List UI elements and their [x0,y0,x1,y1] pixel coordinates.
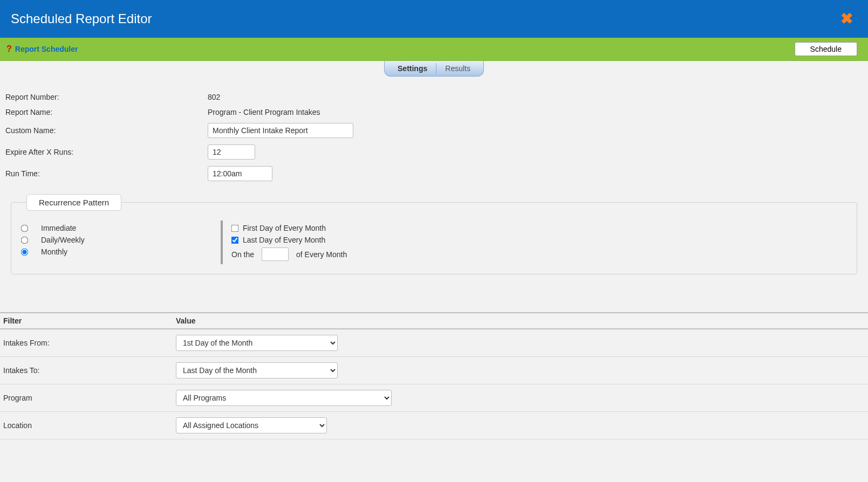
label-first-day: First Day of Every Month [243,224,326,232]
filters-header-filter: Filter [3,316,176,325]
close-icon[interactable]: ✖ [840,10,857,27]
check-first-day[interactable] [231,224,239,232]
recurrence-right: First Day of Every Month Last Day of Eve… [221,221,347,264]
recurrence-body: Immediate Daily/Weekly Monthly First Day… [21,221,847,264]
opt-monthly: Monthly [21,247,199,256]
label-report-name: Report Name: [5,108,208,116]
label-report-number: Report Number: [5,93,208,101]
filter-label-intakes-to: Intakes To: [3,366,176,375]
filters-header: Filter Value [0,312,868,329]
filter-label-location: Location [3,421,176,430]
row-report-name: Report Name: Program - Client Program In… [5,108,863,116]
recurrence-fieldset: Recurrence Pattern Immediate Daily/Weekl… [11,194,857,274]
radio-immediate[interactable] [21,224,29,232]
tab-strip: Settings Results [0,61,868,77]
expire-runs-input[interactable] [208,144,255,160]
filter-select-program[interactable]: All Programs [176,390,392,406]
day-of-month-input[interactable] [262,247,289,261]
label-expire-runs: Expire After X Runs: [5,148,208,156]
custom-name-input[interactable] [208,123,353,138]
label-custom-name: Custom Name: [5,126,208,135]
tab-group: Settings Results [384,61,484,77]
toolbar-left: ? Report Scheduler [6,44,78,54]
filter-row-intakes-from: Intakes From: 1st Day of the Month [0,329,868,357]
row-report-number: Report Number: 802 [5,93,863,101]
report-scheduler-link[interactable]: Report Scheduler [15,45,78,53]
recurrence-left: Immediate Daily/Weekly Monthly [21,221,199,264]
settings-form: Report Number: 802 Report Name: Program … [0,77,868,285]
filter-row-location: Location All Assigned Locations [0,412,868,439]
value-report-number: 802 [208,93,220,101]
row-expire-runs: Expire After X Runs: [5,144,863,160]
filter-select-intakes-to[interactable]: Last Day of the Month [176,362,338,378]
toolbar: ? Report Scheduler Schedule [0,37,868,61]
opt-immediate: Immediate [21,224,199,232]
filters-header-value: Value [176,316,196,325]
filter-select-location[interactable]: All Assigned Locations [176,417,327,433]
filter-select-intakes-from[interactable]: 1st Day of the Month [176,335,338,351]
radio-monthly[interactable] [21,248,29,256]
label-daily-weekly: Daily/Weekly [41,236,85,244]
radio-daily-weekly[interactable] [21,236,29,244]
label-monthly: Monthly [41,247,67,256]
page-title: Scheduled Report Editor [11,11,152,26]
row-custom-name: Custom Name: [5,123,863,138]
filter-row-intakes-to: Intakes To: Last Day of the Month [0,357,868,384]
label-last-day: Last Day of Every Month [243,236,325,244]
label-immediate: Immediate [41,224,76,232]
label-on-the-post: of Every Month [296,250,347,259]
opt-last-day: Last Day of Every Month [231,236,347,244]
run-time-input[interactable] [208,166,272,181]
label-on-the-pre: On the [231,250,254,259]
filter-label-program: Program [3,394,176,402]
label-run-time: Run Time: [5,169,208,178]
recurrence-legend: Recurrence Pattern [26,194,121,211]
opt-first-day: First Day of Every Month [231,224,347,232]
tab-results[interactable]: Results [436,61,479,76]
help-icon[interactable]: ? [6,44,12,54]
filter-row-program: Program All Programs [0,384,868,412]
title-bar: Scheduled Report Editor ✖ [0,0,868,37]
value-report-name: Program - Client Program Intakes [208,108,320,116]
tab-settings[interactable]: Settings [389,61,436,76]
row-run-time: Run Time: [5,166,863,181]
check-last-day[interactable] [231,236,239,244]
opt-on-the: On the of Every Month [231,247,347,261]
schedule-button[interactable]: Schedule [795,42,857,56]
filter-label-intakes-from: Intakes From: [3,339,176,347]
filters-section: Filter Value Intakes From: 1st Day of th… [0,312,868,439]
opt-daily-weekly: Daily/Weekly [21,236,199,244]
